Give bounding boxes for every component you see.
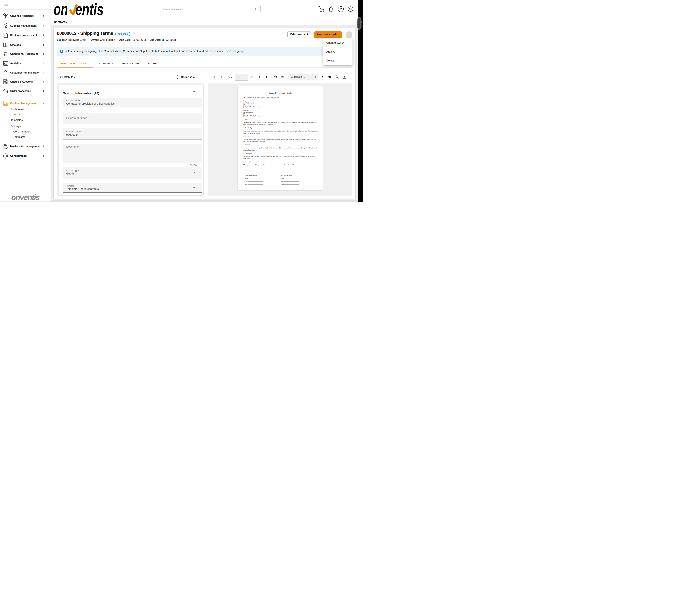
- svg-text:§: §: [6, 104, 7, 105]
